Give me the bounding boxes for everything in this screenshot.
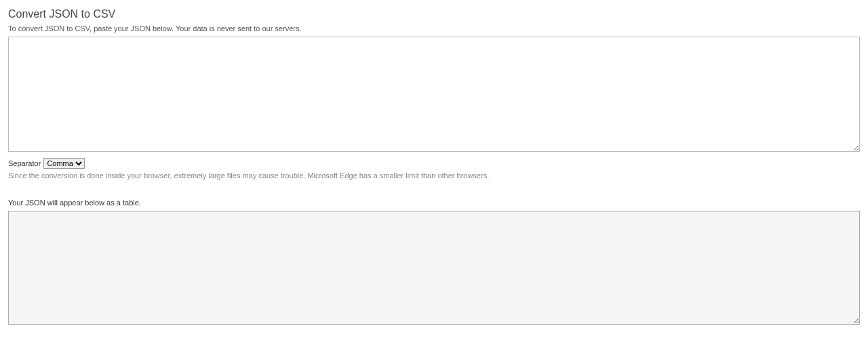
json-input[interactable]: [8, 37, 860, 152]
separator-label: Separator: [8, 159, 41, 167]
separator-select[interactable]: Comma: [43, 158, 85, 169]
browser-note: Since the conversion is done inside your…: [8, 171, 860, 180]
output-area[interactable]: [8, 211, 860, 325]
output-label: Your JSON will appear below as a table.: [8, 199, 860, 207]
page-subtitle: To convert JSON to CSV, paste your JSON …: [8, 24, 860, 33]
page-title: Convert JSON to CSV: [8, 8, 860, 20]
